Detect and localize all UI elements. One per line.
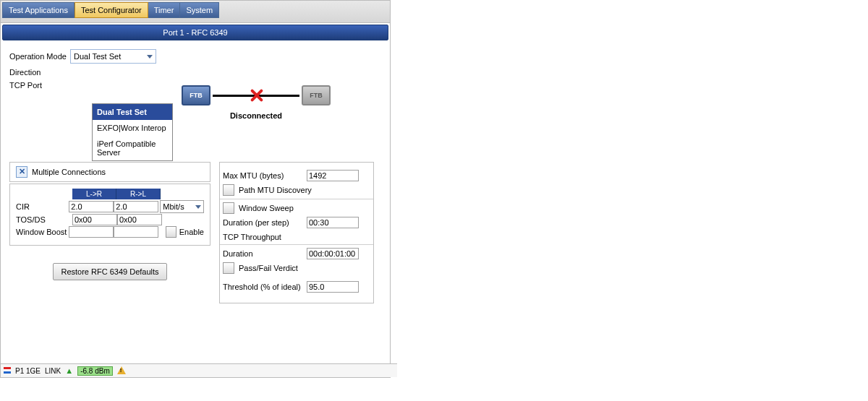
tos-label: TOS/DS — [16, 215, 72, 224]
cir-unit-select[interactable]: Mbit/s — [160, 200, 204, 213]
dropdown-option-iperf[interactable]: iPerf Compatible Server — [93, 136, 172, 160]
restore-defaults-button[interactable]: Restore RFC 6349 Defaults — [53, 263, 167, 280]
status-dbm: -6.8 dBm — [77, 366, 113, 376]
tos-lr-input[interactable] — [72, 214, 117, 225]
column-header-lr: L->R — [72, 189, 116, 199]
connection-diagram: FTB FTB Disconnected — [173, 85, 339, 120]
right-settings-panel: Max MTU (bytes) Path MTU Discovery Windo… — [219, 162, 374, 303]
connection-grid: L->R R->L CIR Mbit/s TOS/DS — [9, 184, 210, 246]
pass-fail-checkbox[interactable] — [223, 262, 234, 274]
duration-label: Duration — [223, 249, 307, 258]
path-mtu-label: Path MTU Discovery — [239, 186, 312, 194]
status-bar: P1 1GE LINK ▲ -6.8 dBm — [1, 363, 397, 377]
remote-node-icon: FTB — [302, 85, 331, 105]
tab-test-applications[interactable]: Test Applications — [2, 2, 75, 18]
link-line — [213, 95, 299, 97]
tcp-throughput-heading: TCP Throughput — [223, 233, 367, 241]
tab-test-configurator[interactable]: Test Configurator — [75, 2, 148, 18]
column-header-rl: R->L — [116, 189, 161, 199]
warning-icon — [117, 366, 126, 375]
duration-per-step-input[interactable] — [307, 217, 359, 228]
max-mtu-label: Max MTU (bytes) — [223, 171, 307, 180]
page-title: Port 1 - RFC 6349 — [2, 25, 388, 40]
cir-label: CIR — [16, 202, 69, 211]
tos-rl-input[interactable] — [117, 214, 162, 225]
chevron-down-icon — [147, 55, 153, 59]
window-sweep-checkbox[interactable] — [223, 202, 234, 214]
link-up-icon: ▲ — [65, 366, 73, 375]
operation-mode-select[interactable]: Dual Test Set — [70, 49, 156, 64]
connection-status: Disconnected — [173, 111, 339, 120]
dropdown-option-dual-test-set[interactable]: Dual Test Set — [93, 104, 172, 120]
duration-per-step-label: Duration (per step) — [223, 218, 307, 227]
local-node-icon: FTB — [182, 85, 210, 105]
multiple-connections-panel: ✕ Multiple Connections — [9, 162, 210, 182]
threshold-input[interactable] — [307, 281, 359, 293]
window-sweep-label: Window Sweep — [239, 204, 294, 212]
pass-fail-label: Pass/Fail Verdict — [239, 264, 298, 272]
operation-mode-value: Dual Test Set — [74, 52, 121, 61]
max-mtu-input[interactable] — [307, 170, 359, 181]
window-boost-rl-input[interactable] — [114, 226, 158, 238]
path-mtu-checkbox[interactable] — [223, 184, 234, 196]
disconnected-x-icon — [250, 89, 263, 102]
chevron-down-icon — [195, 205, 201, 209]
threshold-label: Threshold (% of ideal) — [223, 283, 307, 291]
dropdown-option-exfo-worx[interactable]: EXFO|Worx Interop — [93, 120, 172, 136]
multiple-connections-label: Multiple Connections — [32, 168, 106, 176]
tab-timer[interactable]: Timer — [148, 2, 181, 18]
status-link: LINK — [45, 367, 61, 375]
direction-label: Direction — [9, 68, 70, 77]
close-icon[interactable]: ✕ — [16, 166, 27, 178]
top-tab-bar: Test Applications Test Configurator Time… — [1, 1, 390, 23]
cir-lr-input[interactable] — [69, 201, 114, 212]
flag-icon — [4, 367, 11, 374]
enable-checkbox[interactable] — [166, 226, 176, 238]
operation-mode-label: Operation Mode — [9, 52, 70, 61]
cir-rl-input[interactable] — [114, 201, 158, 212]
enable-label: Enable — [179, 228, 204, 236]
duration-input[interactable] — [307, 248, 359, 259]
cir-unit-value: Mbit/s — [163, 202, 184, 211]
window-boost-label: Window Boost — [16, 228, 69, 236]
operation-mode-dropdown[interactable]: Dual Test Set EXFO|Worx Interop iPerf Co… — [92, 103, 173, 161]
window-boost-lr-input[interactable] — [69, 226, 114, 238]
tab-system[interactable]: System — [180, 2, 219, 18]
status-port: P1 1GE — [15, 367, 41, 375]
tcp-port-label: TCP Port — [9, 81, 70, 90]
